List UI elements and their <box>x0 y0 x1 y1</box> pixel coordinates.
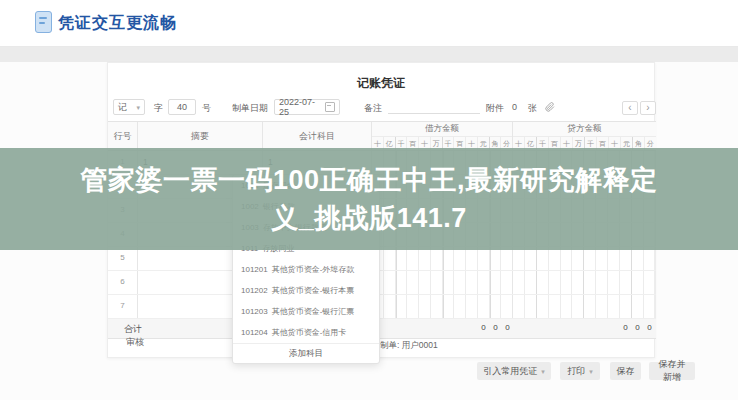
col-row-number: 行号 <box>108 122 138 150</box>
subject-code: 101201 <box>241 265 268 274</box>
hao-label: 号 <box>202 102 211 115</box>
total-debit-jiao: 0 <box>490 323 501 332</box>
subject-option[interactable]: 101204其他货币资金-信用卡 <box>233 322 379 343</box>
subject-option[interactable]: 101203其他货币资金-银行汇票 <box>233 301 379 322</box>
row-number: 6 <box>108 271 138 294</box>
table-row: 7 <box>108 295 656 319</box>
import-common-voucher-label: 引入常用凭证 <box>483 365 537 378</box>
voucher-toolbar: 记 ▾ 字 40 号 制单日期 2022-07-25 备注 附件 0 张 ‹ › <box>108 99 654 119</box>
total-label: 合计 <box>124 323 142 336</box>
row-number: 5 <box>108 247 138 270</box>
credit-cell[interactable] <box>513 295 656 318</box>
import-common-voucher-button[interactable]: 引入常用凭证▾ <box>477 362 551 380</box>
voucher-type-select[interactable]: 记 ▾ <box>113 99 145 115</box>
document-icon <box>35 11 52 33</box>
voucher-number-input[interactable]: 40 <box>168 99 196 115</box>
subject-option[interactable]: 101202其他货币资金-银行本票 <box>233 280 379 301</box>
total-credit-fen: 0 <box>644 323 655 332</box>
col-summary: 摘要 <box>138 122 263 150</box>
chevron-down-icon: ▾ <box>136 104 140 111</box>
note-label: 备注 <box>364 102 382 115</box>
print-label: 打印 <box>567 365 585 378</box>
voucher-type-value: 记 <box>118 101 127 114</box>
attachment-unit-label: 张 <box>528 102 537 115</box>
col-debit: 借方金额 十亿千百十万千百十元角分 <box>372 122 513 150</box>
total-row: 合计 0 0 0 0 0 0 <box>108 319 656 339</box>
chevron-down-icon: ▾ <box>589 368 593 375</box>
audit-label: 审核 <box>126 336 144 349</box>
header-divider <box>0 47 738 62</box>
subject-code: 101204 <box>241 328 268 337</box>
row-number: 7 <box>108 295 138 318</box>
credit-group-label: 贷方金额 <box>513 122 656 136</box>
col-subject: 会计科目 <box>263 122 372 150</box>
credit-cell[interactable] <box>513 271 656 294</box>
credit-cell[interactable] <box>513 247 656 270</box>
watermark-line1: 管家婆一票一码100正确王中王,最新研究解释定 <box>0 161 738 199</box>
watermark-overlay: 管家婆一票一码100正确王中王,最新研究解释定 义_挑战版141.7 <box>0 148 738 250</box>
subject-name: 其他货币资金-银行汇票 <box>272 307 355 316</box>
subject-option[interactable]: 101201其他货币资金-外埠存款 <box>233 259 379 280</box>
debit-cell[interactable] <box>372 271 513 294</box>
subject-name: 其他货币资金-信用卡 <box>272 328 347 337</box>
total-credit-jiao: 0 <box>632 323 643 332</box>
attachment-count[interactable]: 0 <box>512 102 517 112</box>
total-credit-yuan: 0 <box>620 323 631 332</box>
save-and-new-button[interactable]: 保存并新增 <box>649 362 695 380</box>
watermark-line2: 义_挑战版141.7 <box>0 199 738 237</box>
maker-label: 制单: 用户0001 <box>380 340 438 352</box>
paperclip-icon[interactable] <box>545 102 555 112</box>
voucher-title: 记账凭证 <box>108 75 654 92</box>
subject-name: 其他货币资金-外埠存款 <box>272 265 355 274</box>
prev-voucher-button[interactable]: ‹ <box>622 101 638 115</box>
table-header: 行号 摘要 会计科目 借方金额 十亿千百十万千百十元角分 贷方金额 十亿千百十万… <box>108 122 656 151</box>
add-subject-button[interactable]: 添加科目 <box>233 343 379 363</box>
debit-cell[interactable] <box>372 295 513 318</box>
print-button[interactable]: 打印▾ <box>560 362 600 380</box>
note-input[interactable] <box>388 113 480 114</box>
subject-name: 其他货币资金-银行本票 <box>272 286 355 295</box>
zi-label: 字 <box>154 102 163 115</box>
attachment-label: 附件 <box>486 102 504 115</box>
subject-code: 101202 <box>241 286 268 295</box>
total-debit-yuan: 0 <box>478 323 489 332</box>
debit-group-label: 借方金额 <box>372 122 512 136</box>
date-value: 2022-07-25 <box>279 97 325 117</box>
table-row: 5 <box>108 247 656 271</box>
total-debit-fen: 0 <box>502 323 513 332</box>
calendar-icon <box>325 102 335 112</box>
app-header: 凭证交互更流畅 <box>0 0 738 47</box>
save-button[interactable]: 保存 <box>610 362 641 380</box>
table-row: 6 <box>108 271 656 295</box>
col-credit: 贷方金额 十亿千百十万千百十元角分 <box>513 122 656 150</box>
debit-cell[interactable] <box>372 247 513 270</box>
date-label: 制单日期 <box>232 102 268 115</box>
date-input[interactable]: 2022-07-25 <box>274 99 340 115</box>
page-title: 凭证交互更流畅 <box>58 13 177 34</box>
next-voucher-button[interactable]: › <box>640 101 656 115</box>
chevron-down-icon: ▾ <box>541 368 545 375</box>
subject-code: 101203 <box>241 307 268 316</box>
